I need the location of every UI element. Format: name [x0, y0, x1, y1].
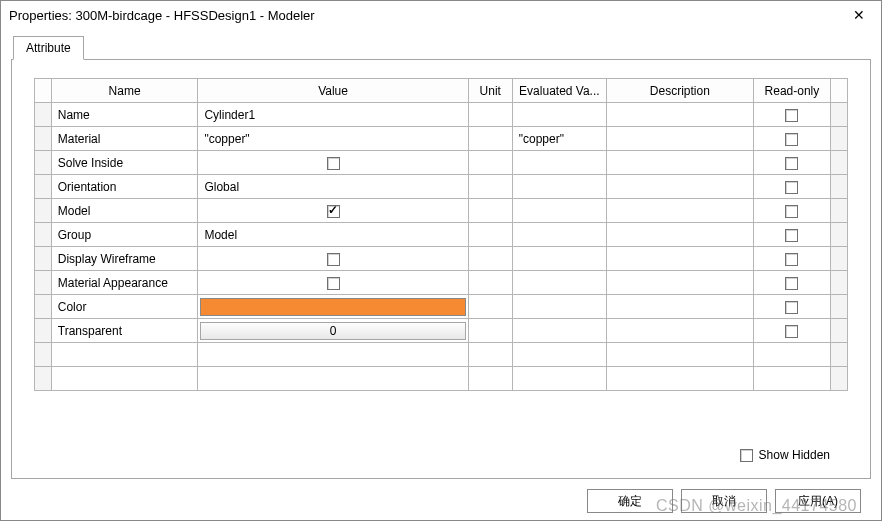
cell-readonly[interactable]	[753, 175, 831, 199]
cell-unit[interactable]	[468, 199, 512, 223]
cell-name[interactable]: Transparent	[51, 319, 198, 343]
cell-readonly[interactable]	[753, 151, 831, 175]
cell-readonly[interactable]	[753, 271, 831, 295]
row-handle[interactable]	[35, 343, 52, 367]
cell-value[interactable]	[198, 367, 468, 391]
header-name[interactable]: Name	[51, 79, 198, 103]
cell-value[interactable]: "copper"	[198, 127, 468, 151]
cancel-button[interactable]: 取消	[681, 489, 767, 513]
cell-description[interactable]	[607, 151, 754, 175]
cell-readonly[interactable]	[753, 319, 831, 343]
value-checkbox[interactable]	[327, 277, 340, 290]
cell-unit[interactable]	[468, 319, 512, 343]
tab-attribute[interactable]: Attribute	[13, 36, 84, 60]
apply-button[interactable]: 应用(A)	[775, 489, 861, 513]
cell-description[interactable]	[607, 367, 754, 391]
row-handle[interactable]	[35, 271, 52, 295]
value-checkbox[interactable]	[327, 253, 340, 266]
ok-button[interactable]: 确定	[587, 489, 673, 513]
cell-description[interactable]	[607, 247, 754, 271]
cell-description[interactable]	[607, 103, 754, 127]
color-swatch[interactable]	[200, 298, 465, 316]
cell-name[interactable]	[51, 343, 198, 367]
row-handle[interactable]	[35, 295, 52, 319]
cell-evaluated[interactable]	[512, 247, 606, 271]
cell-evaluated[interactable]	[512, 271, 606, 295]
readonly-checkbox[interactable]	[785, 181, 798, 194]
cell-unit[interactable]	[468, 103, 512, 127]
cell-unit[interactable]	[468, 223, 512, 247]
cell-description[interactable]	[607, 175, 754, 199]
readonly-checkbox[interactable]	[785, 229, 798, 242]
cell-readonly[interactable]	[753, 367, 831, 391]
cell-value[interactable]	[198, 271, 468, 295]
cell-description[interactable]	[607, 319, 754, 343]
cell-name[interactable]: Model	[51, 199, 198, 223]
value-checkbox[interactable]	[327, 157, 340, 170]
cell-evaluated[interactable]	[512, 343, 606, 367]
row-handle[interactable]	[35, 247, 52, 271]
row-handle[interactable]	[35, 319, 52, 343]
cell-evaluated[interactable]	[512, 319, 606, 343]
cell-unit[interactable]	[468, 247, 512, 271]
cell-evaluated[interactable]: "copper"	[512, 127, 606, 151]
cell-value[interactable]	[198, 295, 468, 319]
cell-name[interactable]: Solve Inside	[51, 151, 198, 175]
cell-readonly[interactable]	[753, 295, 831, 319]
cell-unit[interactable]	[468, 295, 512, 319]
cell-name[interactable]: Display Wireframe	[51, 247, 198, 271]
readonly-checkbox[interactable]	[785, 277, 798, 290]
cell-evaluated[interactable]	[512, 223, 606, 247]
cell-name[interactable]: Material Appearance	[51, 271, 198, 295]
show-hidden-checkbox[interactable]	[740, 449, 753, 462]
readonly-checkbox[interactable]	[785, 325, 798, 338]
cell-readonly[interactable]	[753, 343, 831, 367]
cell-unit[interactable]	[468, 127, 512, 151]
readonly-checkbox[interactable]	[785, 133, 798, 146]
cell-unit[interactable]	[468, 343, 512, 367]
row-handle[interactable]	[35, 175, 52, 199]
cell-evaluated[interactable]	[512, 295, 606, 319]
cell-readonly[interactable]	[753, 223, 831, 247]
header-description[interactable]: Description	[607, 79, 754, 103]
cell-name[interactable]: Orientation	[51, 175, 198, 199]
row-handle[interactable]	[35, 103, 52, 127]
cell-readonly[interactable]	[753, 103, 831, 127]
cell-evaluated[interactable]	[512, 103, 606, 127]
cell-description[interactable]	[607, 223, 754, 247]
cell-name[interactable]: Color	[51, 295, 198, 319]
cell-evaluated[interactable]	[512, 199, 606, 223]
cell-value[interactable]: Model	[198, 223, 468, 247]
row-handle[interactable]	[35, 151, 52, 175]
close-icon[interactable]: ✕	[847, 7, 871, 23]
cell-readonly[interactable]	[753, 199, 831, 223]
cell-value[interactable]: Cylinder1	[198, 103, 468, 127]
cell-name[interactable]: Group	[51, 223, 198, 247]
row-handle[interactable]	[35, 367, 52, 391]
readonly-checkbox[interactable]	[785, 205, 798, 218]
cell-readonly[interactable]	[753, 247, 831, 271]
cell-readonly[interactable]	[753, 127, 831, 151]
cell-description[interactable]	[607, 295, 754, 319]
header-evaluated[interactable]: Evaluated Va...	[512, 79, 606, 103]
row-handle[interactable]	[35, 199, 52, 223]
cell-value[interactable]	[198, 343, 468, 367]
cell-name[interactable]	[51, 367, 198, 391]
header-unit[interactable]: Unit	[468, 79, 512, 103]
cell-evaluated[interactable]	[512, 151, 606, 175]
cell-description[interactable]	[607, 271, 754, 295]
cell-value[interactable]: 0	[198, 319, 468, 343]
cell-description[interactable]	[607, 127, 754, 151]
readonly-checkbox[interactable]	[785, 253, 798, 266]
header-readonly[interactable]: Read-only	[753, 79, 831, 103]
readonly-checkbox[interactable]	[785, 109, 798, 122]
row-handle[interactable]	[35, 127, 52, 151]
cell-name[interactable]: Name	[51, 103, 198, 127]
cell-description[interactable]	[607, 343, 754, 367]
cell-value[interactable]	[198, 151, 468, 175]
value-checkbox[interactable]	[327, 205, 340, 218]
row-handle[interactable]	[35, 223, 52, 247]
cell-unit[interactable]	[468, 175, 512, 199]
readonly-checkbox[interactable]	[785, 301, 798, 314]
header-value[interactable]: Value	[198, 79, 468, 103]
